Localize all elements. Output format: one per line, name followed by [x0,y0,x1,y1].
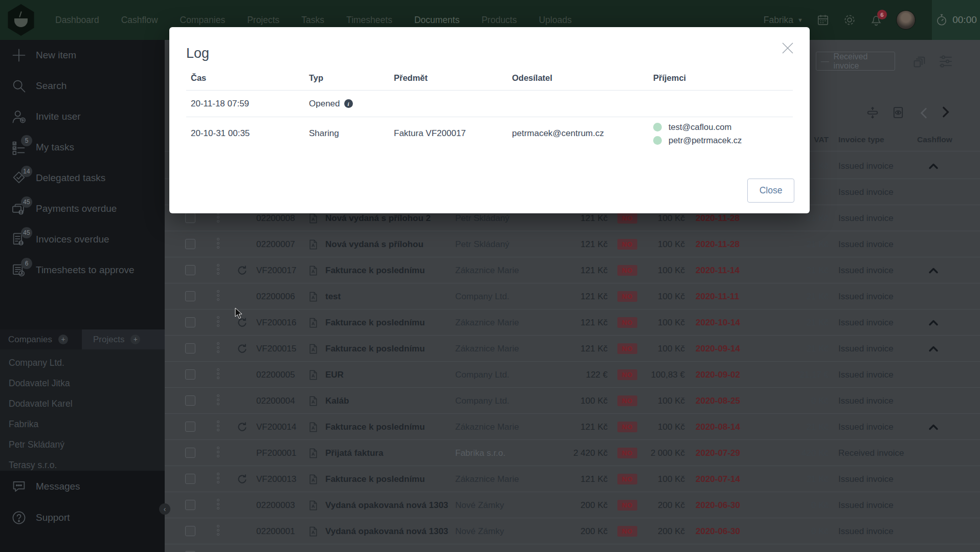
nav-item-cashflow[interactable]: Cashflow [121,15,158,26]
pdf-icon[interactable] [309,344,318,354]
invoice-row[interactable]: 02200003Vydaná opakovaná nová 1303Nové Z… [165,492,980,518]
invoice-type-filter[interactable]: — Received invoice [816,52,895,71]
invoice-name[interactable]: Kaláb [325,388,349,414]
invoice-name[interactable]: test [325,283,341,310]
invoice-row[interactable]: VF200015Fakturace k poslednímuZákaznice … [165,336,980,362]
nav-item-tasks[interactable]: Tasks [301,15,324,26]
cashflow-up-icon[interactable] [927,336,940,362]
sidebar-item-delegated-tasks[interactable]: 14Delegated tasks [0,163,165,193]
pdf-icon[interactable] [309,292,318,302]
invoice-name[interactable]: EUR [325,362,344,388]
sidebar-item-support[interactable]: Support [0,502,165,533]
row-checkbox[interactable] [185,343,195,354]
drag-handle-icon[interactable] [217,473,219,483]
invoice-name[interactable]: Fakturace k poslednímu [325,257,425,283]
drag-handle-icon[interactable] [217,264,219,275]
pdf-icon[interactable] [309,370,318,380]
row-checkbox[interactable] [185,265,195,275]
drag-handle-icon[interactable] [217,499,219,510]
sidebar-item-payments-overdue[interactable]: 45Payments overdue [0,193,165,224]
nav-item-products[interactable]: Products [481,15,517,26]
row-checkbox[interactable] [185,448,195,458]
pdf-icon[interactable] [309,422,318,432]
pdf-icon[interactable] [309,448,318,458]
drag-handle-icon[interactable] [217,394,219,405]
nav-item-uploads[interactable]: Uploads [539,15,571,26]
tab-projects[interactable]: Projects + [82,329,165,349]
close-button[interactable]: Close [747,179,794,203]
pdf-icon[interactable] [309,266,318,276]
pdf-icon[interactable] [309,239,318,250]
invoice-name[interactable]: Vydaná opakovaná nová 1303 [325,518,448,544]
invoice-name[interactable]: Přijatá faktura [325,440,383,466]
invoice-row[interactable]: VF200016Fakturace k poslednímuZákaznice … [165,310,980,336]
workspace-selector[interactable]: Fabrika ▼ [764,15,803,26]
bell-icon[interactable]: 6 [870,13,883,27]
caflou-logo-icon[interactable] [6,4,36,36]
row-checkbox[interactable] [185,395,195,406]
page-prev-icon[interactable] [918,106,931,120]
cashflow-up-icon[interactable] [927,414,940,440]
gear-icon[interactable] [843,13,856,27]
row-checkbox[interactable] [185,369,195,380]
pdf-icon[interactable] [309,318,318,328]
invoice-name[interactable]: Vydaná opakovaná nová 1303 [325,492,448,518]
company-item-dodavatel-jitka[interactable]: Dodavatel Jitka [0,373,165,393]
sidebar-item-invite-user[interactable]: Invite user [0,101,165,132]
company-item-fabrika[interactable]: Fabrika [0,414,165,434]
add-project-icon[interactable]: + [130,335,140,344]
cashflow-up-icon[interactable] [927,310,940,336]
cashflow-up-icon[interactable] [927,153,940,179]
add-company-icon[interactable]: + [58,335,68,344]
invoice-name[interactable]: Fakturace k poslednímu [325,336,425,362]
info-icon[interactable]: i [344,99,353,108]
invoice-row[interactable]: 02200005EURCompany Ltd.122 €NO100,83 €20… [165,362,980,388]
invoice-row[interactable]: VF200014Fakturace k poslednímuZákaznice … [165,414,980,440]
company-item-petr-skl-dan[interactable]: Petr Skládaný [0,434,165,455]
pdf-icon[interactable] [309,474,318,484]
invoice-row[interactable]: 02200001Vydaná opakovaná nová 1303Nové Z… [165,518,980,544]
row-checkbox[interactable] [185,422,195,432]
company-item-terasy-s-r-o[interactable]: Terasy s.r.o. [0,455,165,471]
company-item-company-ltd[interactable]: Company Ltd. [0,352,165,373]
drag-handle-icon[interactable] [217,525,219,536]
row-checkbox[interactable] [185,526,195,536]
nav-item-companies[interactable]: Companies [180,15,226,26]
sidebar-item-new-item[interactable]: New item [0,40,165,71]
page-next-icon[interactable] [939,105,952,119]
invoice-name[interactable]: Nová vydaná s přílohou [325,231,424,257]
row-checkbox[interactable] [185,291,195,301]
invoice-row[interactable]: VF200013Fakturace k poslednímuZákaznice … [165,466,980,492]
row-checkbox[interactable] [185,474,195,484]
nav-item-timesheets[interactable]: Timesheets [346,15,392,26]
row-checkbox[interactable] [185,239,195,249]
timer-widget[interactable]: 00:00 [932,0,980,40]
drag-handle-icon[interactable] [217,238,219,249]
copy-icon[interactable] [912,54,927,69]
invoice-row[interactable] [165,544,980,552]
drag-handle-icon[interactable] [217,447,219,457]
nav-item-documents[interactable]: Documents [414,15,460,26]
expand-rows-icon[interactable] [865,105,880,120]
avatar[interactable] [896,10,916,30]
close-icon[interactable] [780,40,795,56]
drag-handle-icon[interactable] [217,212,219,223]
pdf-icon[interactable] [309,213,318,224]
calendar-icon[interactable] [816,13,830,27]
drag-handle-icon[interactable] [217,342,219,353]
drag-handle-icon[interactable] [217,316,219,327]
invoice-name[interactable]: Fakturace k poslednímu [325,414,425,440]
row-checkbox[interactable] [185,317,195,327]
nav-item-dashboard[interactable]: Dashboard [55,15,99,26]
sidebar-item-invoices-overdue[interactable]: 45Invoices overdue [0,224,165,255]
nav-item-projects[interactable]: Projects [247,15,279,26]
invoice-row[interactable]: 02200007Nová vydaná s přílohouPetr Sklád… [165,231,980,257]
sidebar-item-timesheets-to-approve[interactable]: 6Timesheets to approve [0,255,165,285]
sidebar-item-search[interactable]: Search [0,71,165,101]
row-checkbox[interactable] [185,213,195,223]
sidebar-collapse-button[interactable]: ‹ [159,503,170,515]
invoice-name[interactable]: Fakturace k poslednímu [325,466,425,492]
invoice-row[interactable]: VF200017Fakturace k poslednímuZákaznice … [165,257,980,283]
preview-eye-icon[interactable] [891,105,905,120]
drag-handle-icon[interactable] [217,290,219,301]
